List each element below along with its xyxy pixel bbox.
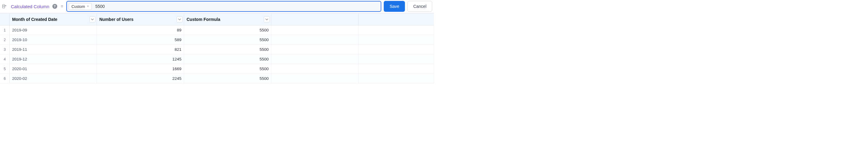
chevron-down-icon[interactable]: [177, 16, 183, 22]
row-number[interactable]: 1: [0, 25, 10, 35]
column-header-empty-2[interactable]: [359, 13, 434, 25]
row-number[interactable]: 2: [0, 35, 10, 44]
table-row: 32019-118215500: [0, 45, 434, 55]
cell-month[interactable]: 2020-02: [10, 74, 97, 83]
calculated-column-title: Calculated Column: [11, 4, 50, 9]
cell-empty[interactable]: [359, 55, 434, 64]
cell-empty[interactable]: [359, 35, 434, 44]
column-header-label: Month of Created Date: [12, 17, 57, 22]
cell-users[interactable]: 89: [97, 25, 184, 35]
cell-users[interactable]: 1245: [97, 55, 184, 64]
table-row: 22019-105895500: [0, 35, 434, 45]
cell-formula[interactable]: 5500: [184, 64, 271, 73]
table-row: 62020-0222455500: [0, 74, 434, 84]
formula-input-wrap[interactable]: Custom ×: [66, 1, 382, 12]
cell-users[interactable]: 1669: [97, 64, 184, 73]
table-header-row: Month of Created Date Number of Users Cu…: [0, 13, 434, 25]
cell-empty[interactable]: [359, 45, 434, 54]
help-icon[interactable]: ?: [52, 4, 57, 9]
cell-empty[interactable]: [359, 25, 434, 35]
cell-formula[interactable]: 5500: [184, 74, 271, 83]
cell-empty[interactable]: [271, 55, 359, 64]
cell-empty[interactable]: [271, 74, 359, 83]
cell-users[interactable]: 821: [97, 45, 184, 54]
column-header-label: Custom Formula: [187, 17, 220, 22]
cancel-button[interactable]: Cancel: [407, 1, 432, 12]
formula-chip-label: Custom: [71, 4, 85, 9]
cell-month[interactable]: 2019-11: [10, 45, 97, 54]
table-row: 52020-0116695500: [0, 64, 434, 74]
cell-empty[interactable]: [271, 64, 359, 73]
cell-users[interactable]: 589: [97, 35, 184, 44]
column-header-formula[interactable]: Custom Formula: [184, 13, 271, 25]
cell-month[interactable]: 2019-09: [10, 25, 97, 35]
column-header-empty-1[interactable]: [271, 13, 359, 25]
table-body: 12019-0989550022019-10589550032019-11821…: [0, 25, 434, 84]
chevron-down-icon[interactable]: [264, 16, 270, 22]
add-column-icon[interactable]: [2, 4, 7, 9]
svg-rect-0: [2, 4, 5, 8]
equals-sign: =: [61, 4, 63, 9]
cell-month[interactable]: 2019-12: [10, 55, 97, 64]
formula-bar: Calculated Column ? = Custom × Save Canc…: [0, 0, 434, 13]
row-number[interactable]: 3: [0, 45, 10, 54]
save-button[interactable]: Save: [384, 1, 405, 12]
cell-empty[interactable]: [359, 64, 434, 73]
table-row: 12019-09895500: [0, 25, 434, 35]
cell-empty[interactable]: [271, 45, 359, 54]
chevron-down-icon[interactable]: [89, 16, 95, 22]
row-number-header: [0, 13, 10, 25]
row-number[interactable]: 5: [0, 64, 10, 73]
cell-users[interactable]: 2245: [97, 74, 184, 83]
cell-month[interactable]: 2019-10: [10, 35, 97, 44]
cell-month[interactable]: 2020-01: [10, 64, 97, 73]
column-header-label: Number of Users: [99, 17, 133, 22]
close-icon[interactable]: ×: [87, 4, 89, 8]
cell-formula[interactable]: 5500: [184, 55, 271, 64]
cell-empty[interactable]: [359, 74, 434, 83]
cell-formula[interactable]: 5500: [184, 25, 271, 35]
cell-formula[interactable]: 5500: [184, 45, 271, 54]
data-table: Month of Created Date Number of Users Cu…: [0, 13, 434, 84]
cell-empty[interactable]: [271, 25, 359, 35]
column-header-users[interactable]: Number of Users: [97, 13, 184, 25]
row-number[interactable]: 6: [0, 74, 10, 83]
cell-formula[interactable]: 5500: [184, 35, 271, 44]
formula-chip[interactable]: Custom ×: [69, 3, 92, 10]
row-number[interactable]: 4: [0, 55, 10, 64]
table-row: 42019-1212455500: [0, 55, 434, 64]
cell-empty[interactable]: [271, 35, 359, 44]
formula-input[interactable]: [94, 1, 381, 11]
column-header-month[interactable]: Month of Created Date: [10, 13, 97, 25]
